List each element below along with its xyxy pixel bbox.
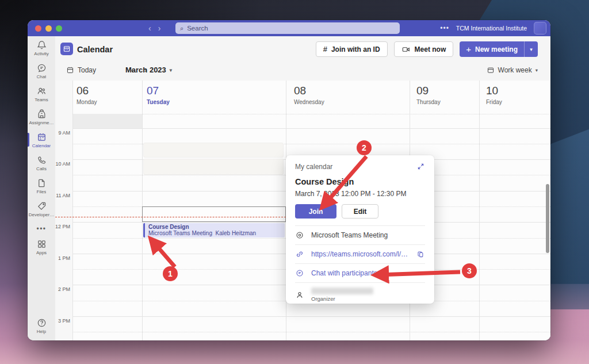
link-icon	[295, 250, 304, 259]
avatar[interactable]	[534, 22, 546, 35]
expand-icon[interactable]	[416, 162, 425, 171]
zoom-window-button[interactable]	[56, 25, 62, 32]
popup-calendar-label: My calendar	[295, 163, 332, 171]
file-icon	[36, 178, 47, 189]
day-header-wednesday[interactable]: 08 Wednesday	[294, 85, 324, 105]
blurred-event	[143, 159, 284, 175]
time-label: 12 PM	[55, 224, 70, 229]
day-header-friday[interactable]: 10 Friday	[486, 85, 502, 105]
popup-organizer-row: Organizer	[295, 282, 425, 306]
sidebar-item-label: Assignme…	[29, 120, 53, 125]
forward-icon[interactable]: ›	[158, 24, 161, 32]
people-icon	[36, 86, 47, 97]
sidebar-item-label: Files	[37, 189, 47, 194]
new-meeting-button[interactable]: + New meeting ▾	[460, 41, 538, 57]
time-label: 1 PM	[55, 255, 70, 261]
chat-icon	[36, 63, 47, 74]
current-time-indicator	[55, 217, 286, 217]
time-label: 2 PM	[55, 286, 70, 292]
more-options-icon[interactable]: •••	[440, 24, 449, 32]
bell-icon	[36, 40, 47, 51]
day-header-monday[interactable]: 06 Monday	[77, 85, 97, 105]
sidebar-item-label: Calls	[36, 166, 47, 171]
apps-icon	[36, 239, 47, 250]
sidebar-item-label: Chat	[37, 74, 47, 79]
sidebar-item-assignments[interactable]: Assignme…	[28, 105, 55, 128]
event-title: Course Design	[148, 224, 285, 230]
time-label: 9 AM	[55, 130, 70, 136]
work-week-icon	[487, 66, 495, 74]
help-icon	[36, 317, 47, 328]
page-title: Calendar	[77, 45, 113, 54]
search-input[interactable]: ⌕ Search	[175, 22, 400, 34]
camera-icon	[401, 45, 411, 54]
today-button[interactable]: Today	[66, 66, 96, 74]
time-label: 3 PM	[55, 318, 70, 324]
calendar-app-icon	[60, 43, 73, 55]
event-popup: My calendar Course Design March 7, 2023 …	[286, 155, 434, 304]
organizer-name-redacted	[311, 288, 373, 294]
column-divider	[479, 81, 480, 340]
month-selector[interactable]: March 2023 ▾	[125, 66, 172, 74]
org-name[interactable]: TCM International Institute	[456, 25, 527, 32]
chevron-down-icon: ▾	[536, 67, 538, 73]
popup-meeting-link[interactable]: https://teams.microsoft.com/l/meetup-joi…	[295, 244, 425, 263]
chat-bubble-icon	[295, 269, 304, 278]
event-subtitle: Microsoft Teams Meeting Kaleb Heitzman	[148, 230, 285, 236]
close-window-button[interactable]	[35, 25, 41, 32]
plus-icon: +	[466, 44, 471, 54]
time-label: 10 AM	[55, 161, 70, 167]
person-icon	[295, 290, 304, 300]
edit-button[interactable]: Edit	[342, 204, 378, 219]
time-label: 11 AM	[55, 193, 70, 198]
sidebar-item-label: Developer…	[29, 212, 54, 217]
vertical-scrollbar[interactable]	[546, 184, 549, 253]
meet-now-button[interactable]: Meet now	[394, 41, 454, 57]
copy-icon[interactable]	[416, 250, 425, 259]
chevron-down-icon: ▾	[170, 67, 172, 73]
selected-time-slot[interactable]	[142, 206, 286, 222]
popup-event-title: Course Design	[295, 177, 425, 186]
sidebar-item-calendar[interactable]: Calendar	[28, 128, 55, 151]
chat-with-participants-link[interactable]: Chat with participants	[295, 263, 425, 282]
blurred-event	[143, 143, 284, 158]
view-switcher[interactable]: Work week ▾	[487, 66, 538, 74]
sidebar-more-icon[interactable]: •••	[36, 220, 46, 235]
hash-icon: #	[323, 45, 327, 53]
sidebar-item-teams[interactable]: Teams	[28, 82, 55, 105]
sidebar-item-apps[interactable]: Apps	[28, 235, 55, 258]
calendar-today-icon	[66, 66, 74, 74]
sidebar-item-help[interactable]: Help	[28, 314, 55, 337]
sidebar-item-developer[interactable]: Developer…	[28, 197, 55, 220]
day-header-tuesday[interactable]: 07 Tuesday	[147, 85, 170, 105]
join-button[interactable]: Join	[295, 204, 336, 219]
organizer-label: Organizer	[311, 296, 373, 302]
teams-window: ‹ › ⌕ Search ••• TCM International Insti…	[28, 20, 550, 340]
sidebar-item-chat[interactable]: Chat	[28, 59, 55, 82]
sidebar-item-label: Teams	[35, 97, 48, 102]
backpack-icon	[36, 109, 47, 120]
window-titlebar: ‹ › ⌕ Search ••• TCM International Insti…	[28, 20, 550, 36]
new-meeting-dropdown[interactable]: ▾	[524, 41, 538, 57]
phone-icon	[36, 155, 47, 166]
sidebar-item-calls[interactable]: Calls	[28, 151, 55, 174]
calendar-icon	[36, 132, 47, 143]
search-icon: ⌕	[180, 25, 183, 32]
location-icon	[295, 231, 304, 240]
popup-event-datetime: March 7, 2023 12:00 PM - 12:30 PM	[295, 190, 425, 198]
app-sidebar: Activity Chat Teams Assignme… Calendar C…	[28, 36, 55, 340]
popup-location-row: Microsoft Teams Meeting	[295, 225, 425, 244]
sidebar-item-label: Activity	[34, 51, 48, 56]
sidebar-item-files[interactable]: Files	[28, 174, 55, 197]
search-placeholder: Search	[187, 25, 208, 32]
tag-icon	[36, 201, 47, 212]
day-header-thursday[interactable]: 09 Thursday	[416, 85, 441, 105]
sidebar-item-activity[interactable]: Activity	[28, 36, 55, 59]
event-course-design[interactable]: Course Design Microsoft Teams Meeting Ka…	[143, 223, 285, 237]
join-with-id-button[interactable]: # Join with an ID	[316, 41, 388, 57]
sidebar-item-label: Calendar	[32, 143, 51, 148]
minimize-window-button[interactable]	[45, 25, 52, 32]
calendar-header: Calendar # Join with an ID Meet now + Ne…	[55, 36, 550, 62]
back-icon[interactable]: ‹	[148, 24, 151, 32]
sidebar-item-label: Apps	[36, 250, 47, 255]
